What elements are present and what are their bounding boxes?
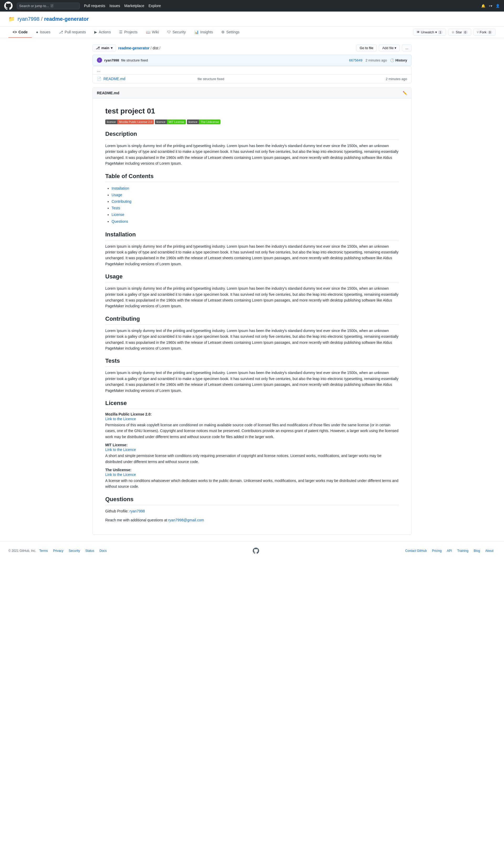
- nav-actions: 🔔 +▾ 👤: [481, 4, 500, 8]
- go-to-file-button[interactable]: Go to file: [356, 45, 377, 52]
- contributing-text: Lorem Ipsum is simply dummy text of the …: [105, 328, 399, 351]
- add-file-button[interactable]: Add file ▾: [379, 45, 400, 52]
- more-options-button[interactable]: ...: [402, 45, 412, 52]
- commit-author-avatar: r: [97, 57, 102, 63]
- commit-author-link[interactable]: ryan7998: [104, 58, 119, 62]
- footer-docs-link[interactable]: Docs: [100, 549, 107, 553]
- tab-settings[interactable]: ⚙ Settings: [217, 26, 244, 38]
- tab-projects[interactable]: ☰ Projects: [115, 26, 142, 38]
- footer-about-link[interactable]: About: [485, 549, 493, 553]
- breadcrumb-repo-link[interactable]: readme-generator: [118, 46, 149, 50]
- file-nav-right: Go to file Add file ▾ ...: [356, 45, 412, 52]
- projects-icon: ☰: [119, 30, 123, 34]
- edit-readme-button[interactable]: ✏️: [403, 91, 407, 95]
- github-label: Github Profile:: [105, 509, 129, 513]
- unlicense-link[interactable]: Link to the Licence: [105, 473, 136, 477]
- star-icon: ☆: [451, 30, 455, 34]
- commit-time: 2 minutes ago: [366, 58, 387, 62]
- file-nav-left: ⎇ main ▾ readme-generator / dist /: [92, 45, 160, 52]
- tab-wiki[interactable]: 📖 Wiki: [142, 26, 163, 38]
- repo-owner-link[interactable]: ryan7998: [18, 16, 39, 22]
- tab-insights[interactable]: 📊 Insights: [190, 26, 217, 38]
- mozilla-link[interactable]: Link to the Licence: [105, 417, 136, 421]
- nav-explore[interactable]: Explore: [148, 4, 161, 8]
- github-user-link[interactable]: ryan7998: [130, 509, 145, 513]
- top-nav-links: Pull requests Issues Marketplace Explore: [84, 4, 161, 8]
- contact-label: Reach me with additional questions at: [105, 518, 167, 522]
- tab-actions[interactable]: ▶ Actions: [90, 26, 115, 38]
- toc-heading: Table of Contents: [105, 173, 399, 182]
- search-box[interactable]: Search or jump to... /: [17, 3, 80, 9]
- github-logo[interactable]: [4, 2, 13, 10]
- unlicense-title: The Unlicense:: [105, 468, 399, 472]
- star-button[interactable]: ☆ Star 0: [448, 29, 471, 36]
- mozilla-description: Permissions of this weak copyleft licens…: [105, 422, 399, 440]
- license-unlicense: The Unlicense: Link to the Licence A lic…: [105, 468, 399, 490]
- tests-heading: Tests: [105, 357, 399, 367]
- branch-selector[interactable]: ⎇ main ▾: [92, 45, 116, 52]
- branch-icon: ⎇: [96, 46, 100, 50]
- contact-email-link[interactable]: ryan7998@gmail.com: [168, 518, 204, 522]
- commit-left: r ryan7998 file structure fixed: [97, 57, 148, 63]
- description-heading: Description: [105, 130, 399, 140]
- nav-issues[interactable]: Issues: [109, 4, 120, 8]
- repo-action-buttons: 👁 Unwatch ▾ 1 ☆ Star 0 ⑂ Fork 0: [413, 26, 496, 38]
- installation-heading: Installation: [105, 231, 399, 240]
- description-text: Lorem Ipsum is simply dummy text of the …: [105, 143, 399, 166]
- commit-info-bar: r ryan7998 file structure fixed 6675649 …: [92, 55, 412, 66]
- repo-tabs: <> Code ● Issues ⎇ Pull requests ▶ Actio…: [8, 26, 413, 38]
- readme-heading: test project 01: [105, 107, 399, 115]
- main-content: ⎇ main ▾ readme-generator / dist / Go to…: [84, 38, 420, 541]
- breadcrumb: readme-generator / dist /: [118, 46, 160, 50]
- tab-security[interactable]: 🛡 Security: [163, 26, 190, 38]
- search-kbd: /: [50, 4, 53, 7]
- breadcrumb-current: dist: [152, 46, 158, 50]
- chevron-down-icon: ▾: [111, 46, 113, 50]
- commit-message: file structure fixed: [121, 58, 148, 62]
- tab-code[interactable]: <> Code: [8, 26, 32, 38]
- badges-container: licence Mozilla Public License 2.0 licen…: [105, 120, 399, 124]
- badge-mozilla: licence Mozilla Public License 2.0: [105, 120, 154, 124]
- unlicense-description: A license with no conditions whatsoever …: [105, 478, 399, 490]
- footer-status-link[interactable]: Status: [85, 549, 94, 553]
- footer-pricing-link[interactable]: Pricing: [432, 549, 442, 553]
- repo-name-link[interactable]: readme-generator: [44, 16, 89, 22]
- footer-copyright: © 2021 GitHub, Inc.: [8, 549, 36, 553]
- eye-icon: 👁: [417, 30, 420, 34]
- footer-terms-link[interactable]: Terms: [39, 549, 48, 553]
- badge-mit: licence MIT License: [155, 120, 186, 124]
- footer-training-link[interactable]: Training: [457, 549, 469, 553]
- path-separator: /: [41, 16, 42, 22]
- fork-button[interactable]: ⑂ Fork 0: [473, 29, 496, 36]
- readme-container: README.md ✏️ test project 01 licence Moz…: [92, 87, 412, 535]
- footer-privacy-link[interactable]: Privacy: [53, 549, 63, 553]
- tab-pull-requests[interactable]: ⎇ Pull requests: [55, 26, 90, 38]
- user-avatar[interactable]: 👤: [496, 4, 500, 8]
- unwatch-button[interactable]: 👁 Unwatch ▾ 1: [413, 29, 446, 36]
- parent-dir-row: ...: [93, 67, 411, 75]
- commit-hash-link[interactable]: 6675649: [349, 58, 362, 62]
- badge-unlicense: licence The Unlicense: [187, 120, 221, 124]
- nav-marketplace[interactable]: Marketplace: [124, 4, 144, 8]
- settings-icon: ⚙: [221, 30, 225, 34]
- toc-list: Installation Usage Contributing Tests Li…: [105, 185, 399, 225]
- repo-icon: 📁: [8, 16, 15, 22]
- footer-contact-link[interactable]: Contact GitHub: [405, 549, 427, 553]
- history-link[interactable]: 🕐 History: [390, 58, 407, 62]
- footer-api-link[interactable]: API: [447, 549, 452, 553]
- notifications-icon[interactable]: 🔔: [481, 4, 485, 8]
- toc-contributing: Contributing: [111, 198, 399, 205]
- footer-security-link[interactable]: Security: [69, 549, 80, 553]
- mit-link[interactable]: Link to the Licence: [105, 447, 136, 452]
- contact-line: Reach me with additional questions at ry…: [105, 517, 399, 523]
- file-commit-time: 2 minutes ago: [385, 77, 407, 81]
- breadcrumb-separator: /: [150, 46, 151, 50]
- github-profile-line: Github Profile: ryan7998: [105, 508, 399, 514]
- plus-icon[interactable]: +▾: [488, 4, 492, 8]
- repo-path: 📁 ryan7998 / readme-generator: [8, 16, 496, 22]
- footer-blog-link[interactable]: Blog: [474, 549, 480, 553]
- nav-pull-requests[interactable]: Pull requests: [84, 4, 105, 8]
- file-name-link[interactable]: README.md: [104, 77, 197, 81]
- tab-issues[interactable]: ● Issues: [32, 26, 55, 38]
- toc-license: License: [111, 211, 399, 218]
